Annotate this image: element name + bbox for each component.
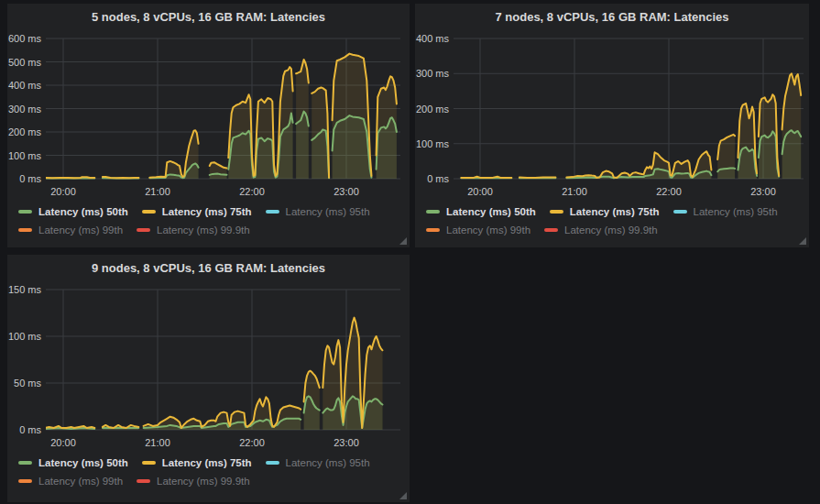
panel-title[interactable]: 7 nodes, 8 vCPUs, 16 GB RAM: Latencies — [415, 10, 809, 24]
legend-label: Latency (ms) 75th — [162, 206, 252, 217]
x-axis-tick-label: 21:00 — [553, 186, 596, 197]
legend-item[interactable]: Latency (ms) 95th — [266, 457, 370, 468]
legend-swatch-icon — [544, 228, 558, 232]
legend-label: Latency (ms) 50th — [38, 206, 128, 217]
legend-swatch-icon — [142, 461, 156, 465]
legend-label: Latency (ms) 99th — [446, 225, 530, 236]
legend-swatch-icon — [137, 479, 150, 483]
series-line — [44, 177, 94, 178]
legend-row: Latency (ms) 99thLatency (ms) 99.9th — [18, 472, 397, 490]
panel-title[interactable]: 9 nodes, 8 vCPUs, 16 GB RAM: Latencies — [7, 261, 410, 275]
y-axis-tick-label: 300 ms — [415, 68, 449, 79]
y-axis-tick-label: 200 ms — [7, 126, 41, 137]
legend-item[interactable]: Latency (ms) 50th — [426, 206, 536, 217]
legend-label: Latency (ms) 75th — [162, 457, 252, 468]
panel-resize-handle[interactable] — [799, 237, 806, 245]
x-axis-tick-label: 23:00 — [742, 186, 784, 197]
legend-swatch-icon — [673, 210, 687, 214]
legend-row: Latency (ms) 99thLatency (ms) 99.9th — [426, 221, 796, 239]
x-axis-tick-label: 23:00 — [325, 437, 367, 448]
legend-swatch-icon — [18, 461, 32, 465]
legend-label: Latency (ms) 95th — [286, 457, 370, 468]
series-line — [210, 174, 227, 175]
y-axis-tick-label: 200 ms — [415, 104, 449, 115]
legend-item[interactable]: Latency (ms) 75th — [142, 206, 252, 217]
legend-item[interactable]: Latency (ms) 99th — [18, 476, 123, 487]
legend-label: Latency (ms) 99.9th — [157, 476, 250, 487]
series-layer — [44, 54, 397, 179]
panel-resize-handle[interactable] — [399, 237, 407, 245]
legend-label: Latency (ms) 99th — [38, 225, 123, 236]
legend-row: Latency (ms) 99thLatency (ms) 99.9th — [18, 221, 397, 239]
y-axis-tick-label: 400 ms — [415, 33, 449, 44]
y-axis-tick-label: 100 ms — [415, 138, 449, 149]
series-line — [461, 177, 511, 178]
y-axis-tick-label: 0 ms — [7, 424, 41, 435]
x-axis-tick-label: 20:00 — [42, 437, 84, 448]
legend-item[interactable]: Latency (ms) 75th — [550, 206, 660, 217]
x-axis-tick-label: 20:00 — [42, 186, 84, 197]
y-axis-tick-label: 600 ms — [7, 33, 41, 44]
legend-label: Latency (ms) 99.9th — [157, 225, 250, 236]
legend-item[interactable]: Latency (ms) 99th — [18, 225, 123, 236]
legend-item[interactable]: Latency (ms) 99.9th — [137, 225, 250, 236]
y-axis-tick-label: 150 ms — [7, 284, 41, 295]
y-axis-tick-label: 100 ms — [7, 331, 41, 342]
legend-item[interactable]: Latency (ms) 95th — [266, 206, 370, 217]
legend-swatch-icon — [266, 210, 279, 214]
legend-item[interactable]: Latency (ms) 99.9th — [137, 476, 250, 487]
x-axis-tick-label: 20:00 — [459, 186, 501, 197]
legend-label: Latency (ms) 99th — [38, 476, 123, 487]
y-axis-tick-label: 50 ms — [7, 378, 41, 389]
legend-label: Latency (ms) 50th — [446, 206, 536, 217]
y-axis-tick-label: 0 ms — [415, 173, 449, 184]
panel-title[interactable]: 5 nodes, 8 vCPUs, 16 GB RAM: Latencies — [7, 10, 410, 24]
x-axis-tick-label: 23:00 — [325, 186, 367, 197]
legend-swatch-icon — [137, 228, 150, 232]
legend: Latency (ms) 50thLatency (ms) 75thLatenc… — [426, 203, 796, 239]
y-axis-tick-label: 0 ms — [7, 173, 41, 184]
y-axis-tick-label: 400 ms — [7, 80, 41, 91]
series-line — [103, 177, 138, 178]
legend-swatch-icon — [142, 210, 156, 214]
y-axis-tick-label: 100 ms — [7, 150, 41, 161]
legend-row: Latency (ms) 50thLatency (ms) 75thLatenc… — [18, 203, 397, 221]
legend-swatch-icon — [426, 228, 440, 232]
legend-swatch-icon — [18, 210, 32, 214]
y-axis-tick-label: 300 ms — [7, 104, 41, 115]
legend-item[interactable]: Latency (ms) 50th — [18, 206, 128, 217]
x-axis-tick-label: 22:00 — [231, 437, 273, 448]
legend-swatch-icon — [426, 210, 440, 214]
x-axis-tick-label: 21:00 — [137, 437, 179, 448]
legend-item[interactable]: Latency (ms) 50th — [18, 457, 128, 468]
legend-item[interactable]: Latency (ms) 99.9th — [544, 225, 658, 236]
x-axis-tick-label: 21:00 — [137, 186, 179, 197]
legend-row: Latency (ms) 50thLatency (ms) 75thLatenc… — [426, 203, 796, 221]
legend-swatch-icon — [18, 228, 32, 232]
series-layer — [44, 318, 382, 430]
panel-resize-handle[interactable] — [399, 492, 407, 499]
x-axis-tick-label: 22:00 — [231, 186, 273, 197]
series-layer — [461, 73, 801, 179]
legend: Latency (ms) 50thLatency (ms) 75thLatenc… — [18, 203, 397, 239]
legend-label: Latency (ms) 99.9th — [564, 225, 658, 236]
legend-item[interactable]: Latency (ms) 75th — [142, 457, 252, 468]
series-line — [44, 426, 94, 428]
x-axis-tick-label: 22:00 — [648, 186, 690, 197]
panel-5-nodes-latencies: 5 nodes, 8 vCPUs, 16 GB RAM: Latencies 0… — [7, 4, 410, 247]
legend-row: Latency (ms) 50thLatency (ms) 75thLatenc… — [18, 454, 397, 472]
legend-label: Latency (ms) 95th — [694, 206, 778, 217]
legend-item[interactable]: Latency (ms) 99th — [426, 225, 530, 236]
legend-label: Latency (ms) 95th — [286, 206, 370, 217]
y-axis-tick-label: 500 ms — [7, 57, 41, 68]
legend-item[interactable]: Latency (ms) 95th — [673, 206, 778, 217]
legend-label: Latency (ms) 50th — [38, 457, 128, 468]
legend-swatch-icon — [18, 479, 32, 483]
legend-swatch-icon — [550, 210, 563, 214]
panel-7-nodes-latencies: 7 nodes, 8 vCPUs, 16 GB RAM: Latencies 0… — [415, 4, 809, 247]
legend-label: Latency (ms) 75th — [570, 206, 660, 217]
panel-9-nodes-latencies: 9 nodes, 8 vCPUs, 16 GB RAM: Latencies 0… — [7, 255, 410, 502]
legend-swatch-icon — [266, 461, 279, 465]
legend: Latency (ms) 50thLatency (ms) 75thLatenc… — [18, 454, 397, 490]
